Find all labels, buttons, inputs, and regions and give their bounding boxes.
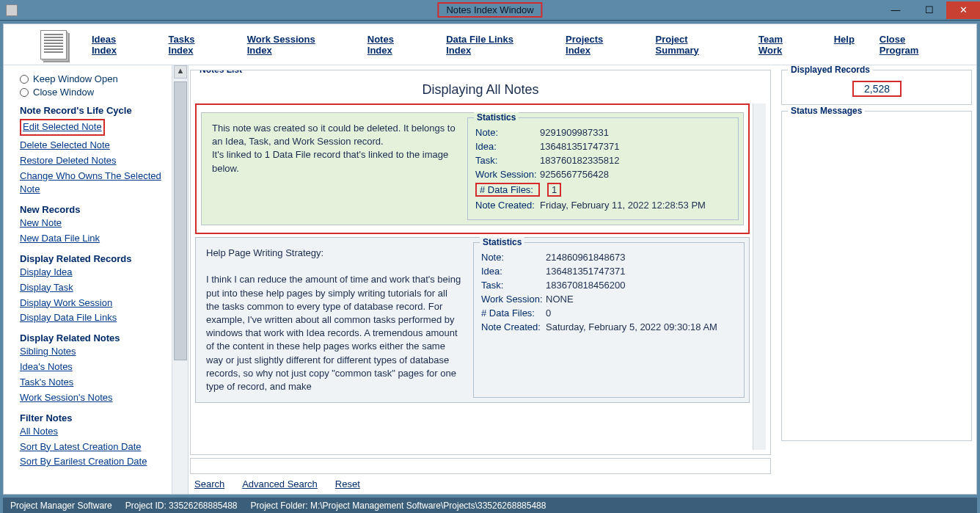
sidebar-link-edit-selected-note[interactable]: Edit Selected Note — [20, 119, 105, 136]
nav-project-summary[interactable]: Project Summary — [656, 34, 734, 56]
radio-label: Close Window — [33, 87, 94, 98]
minimize-button[interactable]: — — [879, 1, 913, 19]
notes-list-fieldset: Notes List Displaying All Notes This not… — [190, 70, 771, 455]
sidebar-head-filter-notes: Filter Notes — [20, 412, 166, 423]
stat-value: 9256567756428 — [540, 169, 609, 180]
stat-value: 136481351747371 — [540, 141, 619, 152]
sidebar-head-related-notes: Display Related Notes — [20, 332, 166, 343]
reset-link[interactable]: Reset — [335, 479, 360, 490]
note-statistics: Statistics Note:214860961848673 Idea:136… — [473, 242, 745, 398]
toolbar-nav: Ideas Index Tasks Index Work Sessions In… — [92, 34, 947, 56]
sidebar-link-ideas-notes[interactable]: Idea's Notes — [20, 360, 166, 374]
note-statistics: Statistics Note:9291909987331 Idea:13648… — [467, 117, 739, 220]
sidebar-link-delete-selected-note[interactable]: Delete Selected Note — [20, 139, 166, 153]
sidebar-link-work-sessions-notes[interactable]: Work Session's Notes — [20, 391, 166, 405]
stat-value: Friday, February 11, 2022 12:28:53 PM — [540, 200, 706, 211]
note-card[interactable]: This note was created so it could be del… — [201, 112, 744, 225]
scroll-thumb[interactable] — [174, 81, 187, 360]
nav-close-program[interactable]: Close Program — [880, 34, 947, 56]
middle-area: ▲ Notes List Displaying All Notes This n… — [172, 65, 976, 494]
nav-tasks-index[interactable]: Tasks Index — [169, 34, 222, 56]
stat-label: # Data Files: — [481, 308, 546, 319]
status-messages-legend: Status Messages — [788, 106, 865, 116]
notes-list-legend: Notes List — [197, 70, 245, 75]
sidebar-link-display-work-session[interactable]: Display Work Session — [20, 296, 166, 310]
displayed-records-box: Displayed Records 2,528 — [781, 70, 972, 105]
stats-legend: Statistics — [480, 237, 524, 247]
status-project-folder: Project Folder: M:\Project Management So… — [251, 501, 546, 511]
nav-team-work[interactable]: Team Work — [758, 34, 809, 56]
stat-value: 214860961848673 — [546, 252, 625, 263]
close-window-radio[interactable]: Close Window — [20, 87, 166, 98]
radio-icon — [20, 75, 29, 84]
sidebar-link-restore-deleted-notes[interactable]: Restore Deleted Notes — [20, 154, 166, 168]
stat-label: # Data Files: — [475, 183, 540, 197]
search-link[interactable]: Search — [194, 479, 224, 490]
stat-value: 1 — [547, 183, 561, 197]
maximize-button[interactable]: ☐ — [913, 1, 946, 19]
sidebar-link-new-data-file-link[interactable]: New Data File Link — [20, 232, 166, 246]
app-frame: Ideas Index Tasks Index Work Sessions In… — [3, 23, 977, 495]
sidebar-link-display-task[interactable]: Display Task — [20, 281, 166, 295]
nav-data-file-links-index[interactable]: Data File Links Index — [446, 34, 541, 56]
status-project-id: Project ID: 33526268885488 — [125, 501, 238, 511]
sidebar-link-sort-earliest[interactable]: Sort By Earilest Creation Date — [20, 455, 166, 469]
nav-ideas-index[interactable]: Ideas Index — [92, 34, 144, 56]
window-title: Notes Index Window — [437, 2, 542, 18]
sidebar-link-sort-latest[interactable]: Sort By Latest Creation Date — [20, 440, 166, 454]
sidebar-link-display-idea[interactable]: Display Idea — [20, 266, 166, 280]
stat-label: Task: — [475, 155, 540, 166]
stat-value: 9291909987331 — [540, 127, 609, 138]
stat-value: 0 — [546, 308, 551, 319]
sidebar: Keep Window Open Close Window Note Recor… — [4, 65, 172, 494]
main-toolbar: Ideas Index Tasks Index Work Sessions In… — [4, 24, 976, 65]
status-messages-box: Status Messages — [781, 111, 972, 441]
stat-label: Idea: — [475, 141, 540, 152]
sidebar-link-new-note[interactable]: New Note — [20, 217, 166, 230]
notes-icon — [40, 30, 67, 59]
stats-legend: Statistics — [474, 112, 519, 123]
sidebar-link-display-data-file-links[interactable]: Display Data File Links — [20, 311, 166, 325]
displayed-records-value: 2,528 — [852, 81, 902, 97]
main-body: Keep Window Open Close Window Note Recor… — [4, 65, 976, 494]
stat-label: Work Session: — [481, 294, 546, 305]
titlebar: Notes Index Window — ☐ ✕ — [0, 0, 980, 21]
selected-note-highlight: This note was created so it could be del… — [195, 103, 750, 234]
stat-label: Note Created: — [475, 200, 540, 211]
sidebar-link-change-owner[interactable]: Change Who Owns The Selected Note — [20, 170, 166, 197]
advanced-search-link[interactable]: Advanced Search — [242, 479, 318, 490]
stat-label: Note: — [475, 127, 540, 138]
notes-display-title: Displaying All Notes — [195, 82, 766, 98]
sidebar-link-tasks-notes[interactable]: Task's Notes — [20, 376, 166, 390]
stat-value: 136481351747371 — [546, 266, 625, 277]
note-card[interactable]: Help Page Writing Strategy: I think I ca… — [195, 237, 750, 403]
displayed-records-legend: Displayed Records — [788, 65, 873, 75]
sidebar-link-sibling-notes[interactable]: Sibling Notes — [20, 345, 166, 359]
note-text: Help Page Writing Strategy: I think I ca… — [196, 238, 473, 402]
keep-window-open-radio[interactable]: Keep Window Open — [20, 73, 166, 84]
sidebar-scrollbar[interactable]: ▲ — [172, 65, 189, 494]
status-app-name: Project Manager Software — [10, 501, 112, 511]
scroll-up-icon[interactable]: ▲ — [174, 65, 187, 79]
radio-icon — [20, 88, 29, 97]
right-column: Displayed Records 2,528 Status Messages — [777, 65, 976, 494]
nav-help[interactable]: Help — [834, 34, 855, 56]
nav-notes-index[interactable]: Notes Index — [368, 34, 421, 56]
statusbar: Project Manager Software Project ID: 335… — [3, 498, 977, 513]
stat-label: Idea: — [481, 266, 546, 277]
search-links: Search Advanced Search Reset — [189, 477, 772, 494]
notes-area: Notes List Displaying All Notes This not… — [189, 65, 777, 494]
close-button[interactable]: ✕ — [946, 1, 980, 19]
sidebar-head-related-records: Display Related Records — [20, 253, 166, 264]
stat-label: Task: — [481, 280, 546, 291]
nav-work-sessions-index[interactable]: Work Sessions Index — [247, 34, 343, 56]
stat-label: Note Created: — [481, 321, 546, 332]
sidebar-head-new-records: New Records — [20, 204, 166, 215]
sidebar-head-life-cycle: Note Record's Life Cycle — [20, 105, 166, 116]
stat-value: Saturday, February 5, 2022 09:30:18 AM — [546, 321, 717, 332]
sidebar-link-all-notes[interactable]: All Notes — [20, 425, 166, 439]
nav-projects-index[interactable]: Projects Index — [566, 34, 631, 56]
app-icon — [6, 4, 18, 16]
search-input[interactable] — [190, 458, 771, 474]
notes-scrollbar[interactable] — [753, 103, 766, 450]
